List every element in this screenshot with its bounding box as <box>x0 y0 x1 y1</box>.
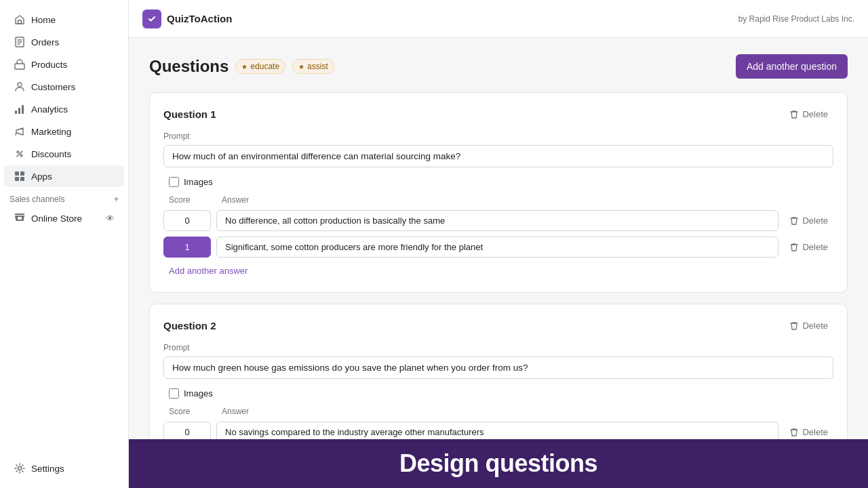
sidebar-item-label-discounts: Discounts <box>31 149 71 159</box>
answer-header-2: Answer <box>222 407 828 416</box>
page-content: Questions ★ educate ★ assist Add another… <box>129 38 868 488</box>
question-header-1: Question 1 Delete <box>163 106 833 122</box>
questions-container: Question 1 Delete Prompt Images Score An… <box>149 92 848 478</box>
sales-channels-label: Sales channels <box>9 195 64 204</box>
delete-answer-button-1-2[interactable]: Delete <box>784 239 833 255</box>
tag-educate-label: educate <box>250 62 279 71</box>
app-logo: QuizToAction <box>142 9 232 28</box>
app-name: QuizToAction <box>167 13 232 24</box>
analytics-icon <box>14 103 26 115</box>
answers-header-1: Score Answer <box>163 195 833 205</box>
sales-channels-section: Sales channels + <box>0 188 128 207</box>
question-card-1: Question 1 Delete Prompt Images Score An… <box>149 92 848 293</box>
svg-rect-12 <box>20 177 24 181</box>
answer-row-1-1: Delete <box>163 210 833 231</box>
online-store-label: Online Store <box>31 214 82 224</box>
svg-rect-11 <box>15 177 19 181</box>
sidebar-item-label-home: Home <box>31 15 56 25</box>
settings-label: Settings <box>31 464 64 474</box>
question-header-2: Question 2 Delete <box>163 318 833 333</box>
prompt-input-2[interactable] <box>163 357 833 379</box>
svg-point-3 <box>18 83 22 87</box>
svg-rect-0 <box>18 20 22 24</box>
settings-icon <box>14 462 26 474</box>
tag-educate-star: ★ <box>241 63 248 70</box>
apps-icon <box>14 170 26 182</box>
sidebar-item-settings[interactable]: Settings <box>4 458 124 479</box>
delete-question-button-2[interactable]: Delete <box>784 318 833 333</box>
score-header-1: Score <box>169 195 216 205</box>
topbar-credit: by Rapid Rise Product Labs Inc. <box>738 14 854 24</box>
sidebar-item-marketing[interactable]: Marketing <box>4 121 124 142</box>
app-logo-icon <box>142 9 161 28</box>
sidebar-item-label-marketing: Marketing <box>31 127 71 137</box>
answer-input-1-2[interactable] <box>216 237 778 258</box>
svg-rect-10 <box>20 171 24 176</box>
add-question-button[interactable]: Add another question <box>736 54 848 79</box>
images-label-1[interactable]: Images <box>184 177 213 187</box>
images-checkbox-2[interactable] <box>169 388 179 399</box>
svg-point-8 <box>20 155 22 157</box>
images-checkbox-1[interactable] <box>169 177 179 187</box>
images-label-2[interactable]: Images <box>184 388 213 399</box>
question-title-2: Question 2 <box>163 320 216 331</box>
svg-rect-9 <box>15 171 19 176</box>
online-store-eye-icon[interactable]: 👁 <box>106 214 115 224</box>
sidebar-item-discounts[interactable]: Discounts <box>4 143 124 165</box>
home-icon <box>14 14 26 26</box>
page-header: Questions ★ educate ★ assist Add another… <box>149 54 848 79</box>
marketing-icon <box>14 125 26 138</box>
answer-header-1: Answer <box>222 195 828 205</box>
prompt-label-2: Prompt <box>163 343 833 352</box>
sidebar-item-analytics[interactable]: Analytics <box>4 98 124 120</box>
tag-assist: ★ assist <box>292 59 334 74</box>
discounts-icon <box>14 148 26 160</box>
svg-rect-6 <box>22 105 24 114</box>
tag-educate: ★ educate <box>235 59 285 74</box>
answers-header-2: Score Answer <box>163 407 833 416</box>
svg-rect-2 <box>15 64 24 69</box>
images-row-1: Images <box>163 177 833 187</box>
topbar: QuizToAction by Rapid Rise Product Labs … <box>129 0 868 38</box>
delete-answer-button-2-1[interactable]: Delete <box>784 424 833 440</box>
sidebar-item-label-analytics: Analytics <box>31 104 68 115</box>
tag-assist-star: ★ <box>298 63 304 70</box>
svg-point-7 <box>17 151 19 153</box>
question-title-1: Question 1 <box>163 108 216 120</box>
sidebar-item-apps[interactable]: Apps <box>4 165 124 187</box>
prompt-label-1: Prompt <box>163 131 833 141</box>
add-answer-button-1[interactable]: Add another answer <box>163 263 253 279</box>
score-input-1-1[interactable] <box>163 210 211 231</box>
products-icon <box>14 58 26 70</box>
delete-answer-button-1-1[interactable]: Delete <box>784 213 833 228</box>
online-store-icon <box>14 212 26 224</box>
add-sales-channel-icon[interactable]: + <box>114 195 119 204</box>
score-input-1-2[interactable] <box>163 237 211 258</box>
svg-rect-4 <box>15 110 17 114</box>
sidebar-item-online-store[interactable]: Online Store 👁 <box>4 207 124 229</box>
page-title: Questions <box>149 57 229 76</box>
tag-assist-label: assist <box>307 62 328 71</box>
sidebar-item-label-orders: Orders <box>31 37 59 47</box>
main-content: QuizToAction by Rapid Rise Product Labs … <box>129 0 868 488</box>
sidebar: Home Orders Products Customers Analytics… <box>0 0 129 488</box>
bottom-overlay: Design questions <box>129 439 868 488</box>
sidebar-item-customers[interactable]: Customers <box>4 76 124 98</box>
svg-rect-5 <box>18 108 20 114</box>
bottom-overlay-text: Design questions <box>399 449 597 478</box>
score-header-2: Score <box>169 407 216 416</box>
delete-question-button-1[interactable]: Delete <box>784 106 833 122</box>
images-row-2: Images <box>163 388 833 399</box>
answer-row-1-2: Delete <box>163 237 833 258</box>
sidebar-item-orders[interactable]: Orders <box>4 31 124 53</box>
sidebar-item-label-customers: Customers <box>31 82 75 92</box>
prompt-input-1[interactable] <box>163 145 833 167</box>
sidebar-item-products[interactable]: Products <box>4 54 124 75</box>
sidebar-item-label-products: Products <box>31 60 67 70</box>
customers-icon <box>14 81 26 93</box>
page-title-area: Questions ★ educate ★ assist <box>149 57 334 76</box>
sidebar-item-home[interactable]: Home <box>4 9 124 30</box>
answer-input-1-1[interactable] <box>216 210 778 231</box>
orders-icon <box>14 36 26 48</box>
svg-point-13 <box>18 467 22 470</box>
